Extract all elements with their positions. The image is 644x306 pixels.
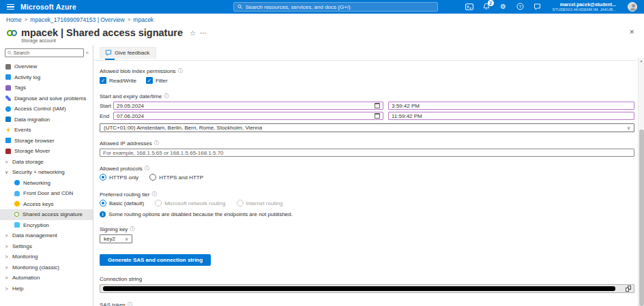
settings-gear-icon[interactable]: ⚙: [499, 2, 508, 12]
calendar-icon[interactable]: [375, 113, 380, 119]
routing-radios: Basic (default) Microsoft network routin…: [100, 200, 634, 206]
sidebar-item-front-door[interactable]: Front Door and CDN: [0, 188, 93, 199]
sidebar-item-diagnose[interactable]: Diagnose and solve problems: [0, 93, 93, 104]
sidebar-item-networking[interactable]: Networking: [0, 178, 93, 189]
sidebar-item-activity-log[interactable]: Activity log: [0, 72, 93, 83]
account-info[interactable]: marcel.pacek@student... STUDENCI AKADEMI…: [553, 2, 616, 12]
sidebar-item-storage-browser[interactable]: Storage browser: [0, 136, 93, 147]
info-icon[interactable]: ⓘ: [145, 165, 150, 172]
sidebar-group-data-storage[interactable]: >Data storage: [0, 157, 93, 168]
end-date-input[interactable]: [117, 113, 375, 119]
ip-input[interactable]: [103, 150, 631, 156]
sidebar-group-data-management[interactable]: >Data management: [0, 230, 93, 241]
sidebar-group-monitoring-classic[interactable]: >Monitoring (classic): [0, 262, 93, 273]
scroll-up-icon[interactable]: ▲: [639, 58, 644, 63]
info-icon[interactable]: ⓘ: [151, 191, 157, 198]
info-icon[interactable]: ⓘ: [178, 67, 184, 74]
sidebar-group-security-networking[interactable]: ∨Security + networking: [0, 167, 93, 178]
sidebar-item-storage-mover[interactable]: Storage Mover: [0, 146, 93, 157]
info-icon[interactable]: ⓘ: [128, 301, 133, 306]
sidebar-search-box[interactable]: [5, 48, 84, 57]
copy-icon[interactable]: [626, 286, 631, 292]
sidebar-group-automation[interactable]: >Automation: [0, 273, 93, 284]
sidebar-item-shared-access-signature[interactable]: Shared access signature: [0, 209, 93, 220]
vertical-scrollbar[interactable]: ▲: [638, 58, 644, 306]
sidebar-group-label: Help: [12, 286, 23, 292]
info-icon[interactable]: ⓘ: [154, 140, 160, 147]
https-only-radio[interactable]: [100, 174, 106, 181]
generate-sas-button[interactable]: Generate SAS and connection string: [100, 254, 211, 266]
sidebar-item-encryption[interactable]: Encryption: [0, 220, 93, 231]
global-search[interactable]: [233, 2, 438, 12]
sidebar-item-access-control[interactable]: Access Control (IAM): [0, 104, 93, 114]
filter-checkbox[interactable]: ✓: [146, 77, 153, 84]
close-blade-icon[interactable]: ✕: [629, 29, 634, 35]
top-bar: Microsoft Azure 2 ⚙ ? marcel.pacek@stude…: [0, 0, 644, 14]
global-search-input[interactable]: [246, 4, 434, 10]
resource-menu: « Overview Activity log Tags Diagnose an…: [0, 45, 93, 306]
sidebar-item-label: Access keys: [23, 201, 53, 207]
sidebar-item-events[interactable]: Events: [0, 125, 93, 136]
blob-permissions-label: Allowed blob index permissionsⓘ: [100, 67, 634, 74]
feedback-icon[interactable]: [533, 2, 542, 12]
sidebar-group-label: Data storage: [12, 159, 44, 165]
routing-info-text: Some routing options are disabled becaus…: [108, 211, 293, 217]
chevron-down-icon: ∨: [125, 236, 128, 242]
svg-text:?: ?: [519, 4, 522, 9]
sidebar-item-data-migration[interactable]: Data migration: [0, 114, 93, 125]
sidebar-group-settings[interactable]: >Settings: [0, 241, 93, 252]
read-write-checkbox[interactable]: ✓: [100, 77, 106, 84]
collapse-menu-icon[interactable]: «: [86, 50, 89, 55]
sidebar-item-label: Shared access signature: [23, 211, 83, 217]
scrollbar-thumb[interactable]: [639, 129, 644, 306]
info-icon[interactable]: ⓘ: [164, 93, 169, 100]
sidebar-search-input[interactable]: [13, 50, 81, 56]
cloud-icon: [14, 191, 20, 196]
connection-string-field[interactable]: [100, 284, 634, 293]
blob-permissions-checkboxes: ✓ Read/Write ✓ Filter: [100, 77, 634, 84]
https-and-http-radio[interactable]: [149, 174, 156, 181]
end-date-field[interactable]: [113, 112, 383, 120]
cloud-shell-icon[interactable]: [465, 2, 474, 12]
signing-key-select[interactable]: key2 ∨: [100, 234, 132, 243]
start-date-field[interactable]: [113, 102, 383, 110]
timezone-select[interactable]: (UTC+01:00) Amsterdam, Berlin, Bern, Rom…: [100, 123, 634, 132]
start-time-input[interactable]: [392, 103, 631, 109]
account-name: marcel.pacek@student...: [553, 2, 616, 7]
sas-icon: [14, 212, 19, 217]
sidebar-item-overview[interactable]: Overview: [0, 61, 93, 72]
info-icon[interactable]: ⓘ: [130, 226, 135, 232]
lightning-icon: [5, 127, 11, 133]
sidebar-group-monitoring[interactable]: >Monitoring: [0, 251, 93, 262]
breadcrumb-resource[interactable]: mpacek: [133, 16, 153, 23]
help-icon[interactable]: ?: [516, 2, 525, 12]
protocols-radios: HTTPS only HTTPS and HTTP: [100, 174, 634, 181]
avatar[interactable]: [628, 2, 637, 12]
sidebar-group-help[interactable]: >Help: [0, 284, 93, 294]
end-time-input[interactable]: [392, 113, 631, 119]
start-time-field[interactable]: [388, 102, 634, 110]
sidebar-search: «: [5, 48, 89, 57]
chevron-right-icon: >: [4, 254, 9, 259]
breadcrumb-separator: >: [128, 16, 131, 22]
sidebar-item-tags[interactable]: Tags: [0, 82, 93, 93]
breadcrumb-overview[interactable]: mpacek_1716990974153 | Overview: [30, 16, 124, 23]
more-options-icon[interactable]: ⋯: [200, 29, 207, 37]
give-feedback-button[interactable]: Give feedback: [100, 47, 156, 59]
basic-routing-radio[interactable]: [100, 200, 106, 206]
start-date-input[interactable]: [117, 103, 375, 109]
favorite-star-icon[interactable]: ☆: [190, 29, 196, 37]
calendar-icon[interactable]: [375, 103, 380, 108]
ip-field[interactable]: [100, 149, 634, 157]
chevron-down-icon: ∨: [627, 125, 630, 131]
hamburger-menu-icon[interactable]: [0, 0, 20, 14]
sas-token-label: SAS tokenⓘ: [100, 301, 634, 306]
storage-account-icon: [7, 28, 17, 38]
https-and-http-label: HTTPS and HTTP: [159, 174, 203, 181]
sidebar-item-label: Events: [14, 127, 31, 133]
notifications-bell-icon[interactable]: 2: [482, 2, 491, 12]
end-time-field[interactable]: [388, 112, 634, 120]
sidebar-item-access-keys[interactable]: Access keys: [0, 199, 93, 210]
networking-icon: [14, 180, 20, 185]
breadcrumb-home[interactable]: Home: [6, 16, 22, 23]
